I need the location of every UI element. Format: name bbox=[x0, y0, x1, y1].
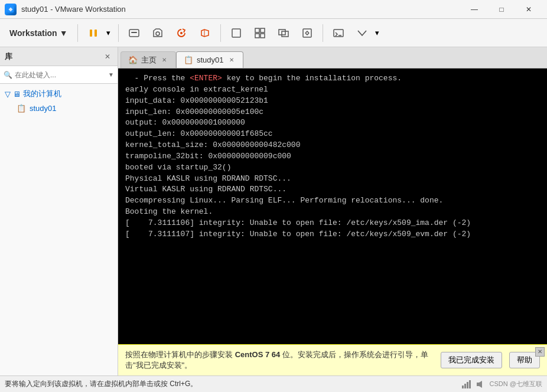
search-icon: 🔍 bbox=[4, 71, 12, 79]
toolbar-separator-1 bbox=[77, 24, 78, 42]
svg-rect-1 bbox=[90, 30, 92, 37]
tab-home[interactable]: 🏠 主页 ✕ bbox=[121, 51, 176, 68]
statusbar-right: CSDN @七维互联 bbox=[461, 380, 542, 389]
my-computer-header[interactable]: ▽ 🖥 我的计算机 bbox=[0, 86, 118, 102]
console-line: trampoline_32bit: 0x000000000009c000 bbox=[125, 151, 540, 162]
main-area: 库 ✕ 🔍 ▼ ▽ 🖥 我的计算机 📋 study01 bbox=[0, 47, 547, 375]
console-line: input_len: 0x000000000005e100c bbox=[125, 107, 540, 118]
vm-console[interactable]: - Press the <ENTER> key to begin the ins… bbox=[118, 68, 547, 344]
console-line: Physical KASLR using RDRAND RDTSC... bbox=[125, 174, 540, 185]
console-line: Booting the kernel. bbox=[125, 207, 540, 218]
svg-rect-10 bbox=[261, 28, 265, 32]
tab-vm-label: study01 bbox=[197, 55, 224, 64]
notification-text: 按照在物理计算机中的步骤安装 CentOS 7 64 位。安装完成后，操作系统会… bbox=[125, 349, 434, 371]
toolbar-separator-4 bbox=[323, 24, 323, 42]
statusbar: 要将输入定向到该虚拟机，请在虚拟机内部单击或按 Ctrl+G。 CSDN @七维… bbox=[0, 375, 547, 392]
maximize-button[interactable]: □ bbox=[488, 0, 515, 19]
tab-home-close[interactable]: ✕ bbox=[160, 56, 168, 64]
console-line: input_data: 0x000000000052123b1 bbox=[125, 96, 540, 107]
console-line: - Press the <ENTER> key to begin the ins… bbox=[125, 73, 540, 84]
svg-rect-19 bbox=[464, 384, 466, 388]
titlebar: study01 - VMware Workstation — □ ✕ bbox=[0, 0, 547, 19]
console-line: early console in extract_kernel bbox=[125, 84, 540, 96]
tab-vm-icon: 📋 bbox=[184, 55, 193, 64]
console-line: [ 7.3111106] integrity: Unable to open f… bbox=[125, 218, 540, 229]
svg-marker-23 bbox=[479, 381, 482, 388]
workstation-label: Workstation bbox=[9, 28, 57, 38]
statusbar-text: 要将输入定向到该虚拟机，请在虚拟机内部单击或按 Ctrl+G。 bbox=[5, 379, 461, 389]
send-ctrl-alt-del-button[interactable] bbox=[123, 22, 145, 44]
console-line: [ 7.3111107] integrity: Unable to open f… bbox=[125, 229, 540, 240]
toolbar-separator-2 bbox=[118, 24, 119, 42]
complete-install-button[interactable]: 我已完成安装 bbox=[441, 352, 502, 368]
speaker-icon bbox=[476, 380, 485, 389]
workstation-dropdown-icon: ▼ bbox=[60, 28, 68, 38]
play-pause-group: ▾ bbox=[83, 22, 113, 44]
workstation-menu[interactable]: Workstation ▼ bbox=[5, 26, 73, 40]
notification-text-bold: CentOS 7 64 bbox=[235, 350, 281, 359]
pause-dropdown[interactable]: ▾ bbox=[104, 22, 113, 44]
window-controls: — □ ✕ bbox=[461, 0, 542, 19]
my-computer-label: 我的计算机 bbox=[23, 89, 61, 99]
unity-button[interactable] bbox=[249, 22, 271, 44]
minimize-button[interactable]: — bbox=[461, 0, 488, 19]
console-button[interactable] bbox=[328, 22, 349, 44]
sidebar-header: 库 ✕ bbox=[0, 47, 118, 66]
sidebar-item-label: study01 bbox=[30, 104, 57, 113]
svg-rect-12 bbox=[261, 34, 265, 38]
sidebar-search[interactable]: 🔍 ▼ bbox=[0, 66, 118, 84]
console-line: kernel_total_size: 0x0000000000482c000 bbox=[125, 140, 540, 151]
close-button[interactable]: ✕ bbox=[515, 0, 542, 19]
console-line: Virtual KASLR using RDRAND RDTSC... bbox=[125, 184, 540, 195]
svg-rect-11 bbox=[255, 34, 259, 38]
sidebar-item-study01[interactable]: 📋 study01 bbox=[0, 102, 118, 115]
sidebar-content: ▽ 🖥 我的计算机 📋 study01 bbox=[0, 84, 118, 375]
svg-point-5 bbox=[156, 32, 159, 35]
view-dropdown[interactable]: ▾ bbox=[373, 22, 382, 44]
svg-rect-2 bbox=[95, 30, 97, 37]
resize-button[interactable] bbox=[273, 22, 294, 44]
console-highlight: <ENTER> bbox=[190, 74, 222, 83]
console-line: output_len: 0x000000000001f685cc bbox=[125, 129, 540, 140]
sidebar-title: 库 bbox=[5, 51, 12, 62]
svg-point-6 bbox=[180, 32, 183, 34]
svg-rect-22 bbox=[477, 383, 479, 386]
view-button[interactable] bbox=[351, 22, 373, 44]
revert-snapshot-button[interactable] bbox=[171, 22, 192, 44]
svg-rect-20 bbox=[467, 382, 468, 388]
view-group: ▾ bbox=[351, 22, 382, 44]
tab-study01[interactable]: 📋 study01 ✕ bbox=[176, 51, 243, 68]
vm-icon: 📋 bbox=[17, 104, 26, 113]
toolbar: Workstation ▼ ▾ bbox=[0, 19, 547, 47]
snapshot-button[interactable] bbox=[147, 22, 168, 44]
snapshot-manager-button[interactable] bbox=[194, 22, 216, 44]
notification-close-button[interactable]: ✕ bbox=[535, 347, 545, 357]
svg-rect-21 bbox=[469, 380, 471, 388]
sidebar: 库 ✕ 🔍 ▼ ▽ 🖥 我的计算机 📋 study01 bbox=[0, 47, 118, 375]
autofit-button[interactable] bbox=[297, 22, 318, 44]
sidebar-close-button[interactable]: ✕ bbox=[102, 51, 113, 62]
computer-icon: 🖥 bbox=[13, 90, 21, 99]
console-line: booted via startup_32() bbox=[125, 162, 540, 174]
full-screen-button[interactable] bbox=[226, 22, 247, 44]
expand-icon: ▽ bbox=[5, 90, 11, 99]
svg-rect-8 bbox=[232, 29, 240, 37]
search-dropdown-icon[interactable]: ▼ bbox=[108, 71, 114, 78]
window-title: study01 - VMware Workstation bbox=[21, 5, 461, 14]
notification-bar: 按照在物理计算机中的步骤安装 CentOS 7 64 位。安装完成后，操作系统会… bbox=[118, 344, 547, 375]
svg-rect-4 bbox=[131, 32, 137, 33]
tab-vm-close[interactable]: ✕ bbox=[227, 56, 236, 64]
console-line: Decompressing Linux... Parsing ELF... Pe… bbox=[125, 195, 540, 207]
tab-home-label: 主页 bbox=[141, 55, 157, 66]
watermark-text: CSDN @七维互联 bbox=[490, 380, 542, 388]
vm-area: 🏠 主页 ✕ 📋 study01 ✕ - Press the <ENTER> k… bbox=[118, 47, 547, 375]
app-icon bbox=[5, 4, 17, 15]
network-icon bbox=[461, 380, 471, 389]
search-input[interactable] bbox=[15, 71, 106, 79]
toolbar-separator-3 bbox=[220, 24, 221, 42]
my-computer-group: ▽ 🖥 我的计算机 📋 study01 bbox=[0, 86, 118, 115]
pause-button[interactable] bbox=[83, 22, 104, 44]
svg-rect-18 bbox=[462, 386, 464, 388]
console-line: output: 0x0000000001000000 bbox=[125, 117, 540, 129]
home-icon: 🏠 bbox=[128, 55, 138, 64]
